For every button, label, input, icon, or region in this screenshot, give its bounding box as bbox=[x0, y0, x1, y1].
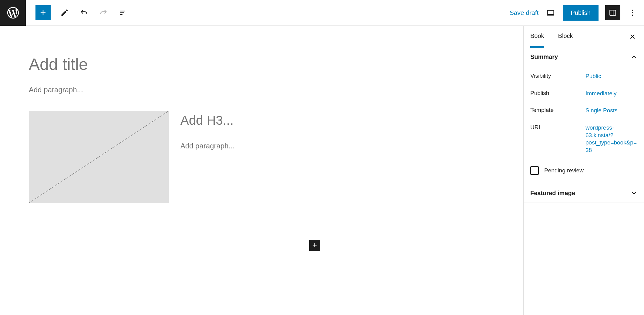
tools-button[interactable] bbox=[59, 7, 70, 18]
pencil-icon bbox=[60, 8, 69, 17]
template-row: Template Single Posts bbox=[530, 102, 637, 119]
kebab-icon bbox=[628, 8, 637, 17]
media-text-block: Add H3... Add paragraph... bbox=[29, 111, 495, 203]
plus-icon bbox=[311, 242, 318, 249]
wordpress-icon bbox=[6, 6, 20, 20]
paragraph-block[interactable]: Add paragraph... bbox=[180, 142, 495, 150]
preview-button[interactable] bbox=[545, 7, 556, 18]
redo-button[interactable] bbox=[98, 7, 109, 18]
visibility-label: Visibility bbox=[530, 73, 585, 79]
undo-icon bbox=[80, 8, 88, 17]
summary-panel: Summary Visibility Public Publish Immedi… bbox=[524, 48, 644, 184]
svg-point-9 bbox=[632, 10, 633, 11]
wordpress-logo-button[interactable] bbox=[0, 0, 26, 26]
tab-block[interactable]: Block bbox=[558, 26, 573, 48]
svg-rect-5 bbox=[548, 10, 554, 15]
visibility-row: Visibility Public bbox=[530, 68, 637, 85]
redo-icon bbox=[99, 8, 108, 17]
featured-image-panel: Featured image bbox=[524, 184, 644, 202]
toolbar-left-group bbox=[26, 5, 128, 20]
summary-panel-toggle[interactable]: Summary bbox=[524, 48, 644, 66]
editor-canvas: Add title Add paragraph... Add H3... Add… bbox=[0, 26, 523, 315]
settings-sidebar: Book Block Summary Visibility Public Pub… bbox=[523, 26, 644, 315]
tab-book[interactable]: Book bbox=[530, 26, 544, 48]
document-overview-button[interactable] bbox=[117, 7, 128, 18]
pending-review-checkbox[interactable] bbox=[530, 166, 539, 175]
publish-label: Publish bbox=[530, 90, 585, 97]
svg-point-11 bbox=[632, 15, 633, 16]
url-label: URL bbox=[530, 124, 585, 131]
add-block-button[interactable] bbox=[35, 5, 51, 20]
desktop-icon bbox=[546, 8, 555, 17]
template-value[interactable]: Single Posts bbox=[585, 107, 618, 114]
pending-review-label: Pending review bbox=[544, 167, 584, 174]
url-value[interactable]: wordpress-63.kinsta/?post_type=book&p=38 bbox=[585, 124, 637, 154]
main-area: Add title Add paragraph... Add H3... Add… bbox=[0, 26, 644, 315]
url-row: URL wordpress-63.kinsta/?post_type=book&… bbox=[530, 119, 637, 159]
close-sidebar-button[interactable] bbox=[628, 32, 637, 42]
plus-icon bbox=[39, 8, 47, 17]
publish-row: Publish Immediately bbox=[530, 85, 637, 102]
featured-image-heading: Featured image bbox=[530, 190, 575, 197]
chevron-down-icon bbox=[631, 190, 637, 196]
svg-point-10 bbox=[632, 12, 633, 13]
list-icon bbox=[119, 8, 127, 17]
chevron-up-icon bbox=[631, 54, 637, 60]
featured-image-panel-toggle[interactable]: Featured image bbox=[524, 184, 644, 202]
heading-block[interactable]: Add H3... bbox=[180, 113, 495, 128]
settings-sidebar-toggle[interactable] bbox=[605, 5, 620, 20]
sidebar-tabs: Book Block bbox=[524, 26, 644, 48]
template-label: Template bbox=[530, 107, 585, 113]
publish-value[interactable]: Immediately bbox=[585, 90, 616, 97]
top-toolbar: Save draft Publish bbox=[0, 0, 644, 26]
close-icon bbox=[629, 33, 636, 40]
save-draft-button[interactable]: Save draft bbox=[510, 9, 539, 16]
publish-button[interactable]: Publish bbox=[563, 5, 599, 21]
paragraph-block[interactable]: Add paragraph... bbox=[29, 86, 495, 94]
insert-block-button[interactable] bbox=[309, 240, 320, 251]
summary-panel-body: Visibility Public Publish Immediately Te… bbox=[524, 66, 644, 184]
sidebar-icon bbox=[609, 9, 617, 17]
pending-review-row: Pending review bbox=[530, 159, 637, 175]
visibility-value[interactable]: Public bbox=[585, 73, 601, 80]
post-title-input[interactable]: Add title bbox=[29, 55, 495, 73]
undo-button[interactable] bbox=[79, 7, 89, 18]
toolbar-right-group: Save draft Publish bbox=[510, 5, 644, 21]
options-menu-button[interactable] bbox=[627, 7, 638, 18]
media-text-content: Add H3... Add paragraph... bbox=[180, 111, 495, 203]
summary-heading: Summary bbox=[530, 53, 558, 60]
image-placeholder[interactable] bbox=[29, 111, 169, 203]
